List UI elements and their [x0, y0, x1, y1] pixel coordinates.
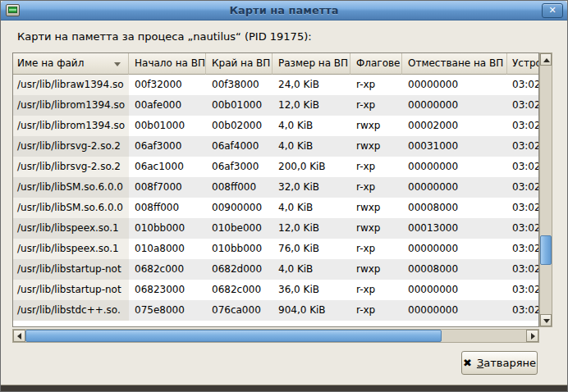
column-header-device[interactable]: Устро — [507, 53, 538, 75]
column-header-label: Отместване на ВП — [408, 57, 503, 69]
column-header-label: Устро — [512, 57, 538, 69]
table-cell: rwxp — [350, 218, 402, 239]
memory-maps-scrolled-window: Име на файл Начало на ВП Край на ВП Разм… — [12, 52, 552, 343]
vertical-scrollbar-thumb[interactable] — [540, 235, 552, 265]
column-header-label: Име на файл — [17, 57, 84, 69]
table-row[interactable]: /usr/lib/libSM.so.6.0.0008f7000008ff0003… — [13, 177, 538, 198]
table-cell: /usr/lib/librsvg-2.so.2 — [13, 136, 129, 157]
table-row[interactable]: /usr/lib/libstartup-not0682c0000682d0004… — [13, 259, 538, 280]
column-header-vm-start[interactable]: Начало на ВП — [129, 53, 206, 75]
table-cell: 03:02 — [507, 218, 538, 239]
vertical-scrollbar[interactable] — [539, 52, 552, 327]
horizontal-scrollbar-thumb[interactable] — [25, 330, 442, 342]
table-cell: 06af4000 — [206, 136, 273, 157]
table-cell: 06ac1000 — [129, 157, 206, 177]
table-cell: 00002000 — [402, 116, 507, 136]
table-cell: 010bb000 — [206, 239, 273, 259]
table-cell: 03:02 — [507, 136, 538, 157]
table-cell: 03:02 — [507, 75, 538, 95]
table-cell: 00013000 — [402, 218, 507, 239]
scroll-up-button[interactable] — [540, 53, 552, 66]
table-cell: 010bb000 — [129, 218, 206, 239]
table-row[interactable]: /usr/lib/libstartup-not068230000682c0003… — [13, 280, 538, 300]
table-cell: rwxp — [350, 259, 402, 280]
table-cell: 76,0 KiB — [273, 239, 350, 259]
table-cell: 00f32000 — [129, 75, 206, 95]
table-cell: r-xp — [350, 157, 402, 177]
scroll-right-button[interactable] — [526, 330, 538, 342]
close-x-icon: ✖ — [463, 357, 472, 369]
table-cell: /usr/lib/libSM.so.6.0.0 — [13, 177, 129, 198]
table-cell: 4,0 KiB — [273, 198, 350, 218]
column-header-label: Начало на ВП — [135, 57, 205, 69]
table-cell: 00000000 — [402, 239, 507, 259]
column-header-vm-size[interactable]: Размер на ВП — [273, 53, 350, 75]
scroll-down-button[interactable] — [540, 314, 552, 326]
table-cell: 4,0 KiB — [273, 116, 350, 136]
table-cell: 076ca000 — [206, 300, 273, 321]
table-cell: 00afe000 — [129, 95, 206, 116]
window-close-button[interactable]: ✕ — [542, 3, 563, 18]
table-row[interactable]: /usr/lib/librsvg-2.so.206ac100006af30002… — [13, 157, 538, 177]
table-row[interactable]: /usr/lib/librom1394.so00afe00000b0100012… — [13, 95, 538, 116]
window-title: Карти на паметта — [229, 1, 338, 20]
table-cell: 03:02 — [507, 157, 538, 177]
column-header-label: Флагове — [356, 57, 400, 69]
table-cell: 03:02 — [507, 280, 538, 300]
table-cell: 008f7000 — [129, 177, 206, 198]
close-button-accel: З — [477, 357, 483, 369]
table-row[interactable]: /usr/lib/librsvg-2.so.206af300006af40004… — [13, 136, 538, 157]
table-cell: 06af3000 — [129, 136, 206, 157]
table-cell: 00000000 — [402, 157, 507, 177]
table-cell: 4,0 KiB — [273, 259, 350, 280]
horizontal-scrollbar[interactable] — [12, 329, 539, 343]
table-cell: /usr/lib/libraw1394.so — [13, 75, 129, 95]
table-cell: rwxp — [350, 116, 402, 136]
table-cell: 0682c000 — [206, 280, 273, 300]
scroll-left-button[interactable] — [13, 330, 25, 342]
table-row[interactable]: /usr/lib/libraw1394.so00f3200000f3800024… — [13, 75, 538, 95]
table-cell: /usr/lib/libspeex.so.1 — [13, 239, 129, 259]
table-cell: 00000000 — [402, 95, 507, 116]
memory-maps-table: Име на файл Начало на ВП Край на ВП Разм… — [12, 52, 539, 327]
table-cell: 00031000 — [402, 136, 507, 157]
table-cell: 03:02 — [507, 177, 538, 198]
column-header-filename[interactable]: Име на файл — [13, 53, 129, 75]
table-row[interactable]: /usr/lib/libspeex.so.1010bb000010be00012… — [13, 218, 538, 239]
column-header-vm-offset[interactable]: Отместване на ВП — [402, 53, 507, 75]
table-cell: r-xp — [350, 300, 402, 321]
memory-maps-dialog: Карти на паметта ✕ Карти на паметта за п… — [0, 0, 568, 392]
table-cell: /usr/lib/libspeex.so.1 — [13, 218, 129, 239]
table-cell: 0682d000 — [206, 259, 273, 280]
table-row[interactable]: /usr/lib/libSM.so.6.0.0008ff000009000004… — [13, 198, 538, 218]
table-cell: 00000000 — [402, 75, 507, 95]
table-cell: 00b01000 — [129, 116, 206, 136]
table-cell: 12,0 KiB — [273, 95, 350, 116]
table-cell: /usr/lib/libstdc++.so. — [13, 300, 129, 321]
table-cell: 00b01000 — [206, 95, 273, 116]
titlebar[interactable]: Карти на паметта ✕ — [1, 1, 567, 21]
table-cell: 00b02000 — [206, 116, 273, 136]
table-cell: 00f38000 — [206, 75, 273, 95]
close-icon: ✕ — [548, 5, 556, 16]
window-bottom-frame — [1, 385, 568, 391]
close-button-label: атваряне — [483, 357, 536, 369]
column-header-flags[interactable]: Флагове — [350, 53, 402, 75]
table-cell: 200,0 KiB — [273, 157, 350, 177]
table-cell: rwxp — [350, 198, 402, 218]
table-cell: /usr/lib/librom1394.so — [13, 95, 129, 116]
table-row[interactable]: /usr/lib/libstdc++.so.075e8000076ca00090… — [13, 300, 538, 321]
arrow-up-icon — [543, 58, 550, 62]
table-row[interactable]: /usr/lib/librom1394.so00b0100000b020004,… — [13, 116, 538, 136]
close-dialog-button[interactable]: ✖Затваряне — [461, 351, 538, 375]
table-cell: 03:02 — [507, 116, 538, 136]
column-header-vm-end[interactable]: Край на ВП — [206, 53, 273, 75]
table-cell: 32,0 KiB — [273, 177, 350, 198]
table-cell: /usr/lib/libSM.so.6.0.0 — [13, 198, 129, 218]
table-cell: 010a8000 — [129, 239, 206, 259]
table-row[interactable]: /usr/lib/libspeex.so.1010a8000010bb00076… — [13, 239, 538, 259]
table-header-row: Име на файл Начало на ВП Край на ВП Разм… — [13, 53, 538, 75]
table-cell: 00000000 — [402, 280, 507, 300]
column-header-label: Край на ВП — [212, 57, 270, 69]
table-cell: 03:02 — [507, 300, 538, 321]
